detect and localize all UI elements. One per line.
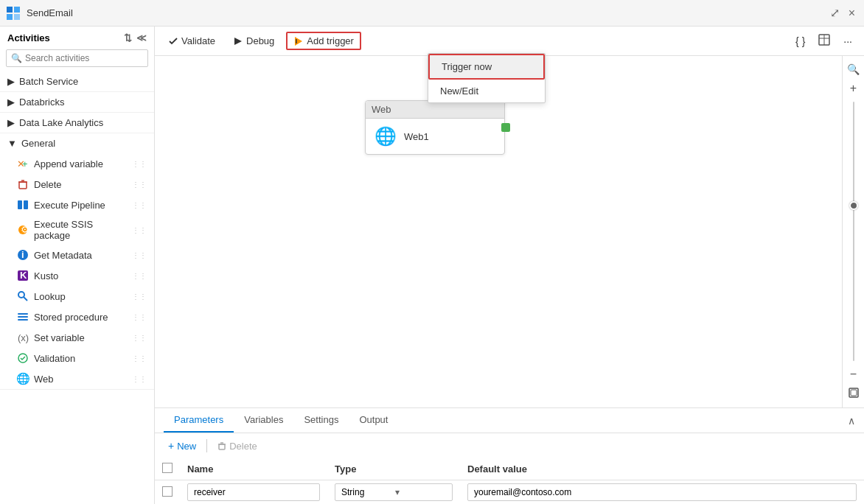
activity-item-stored-procedure[interactable]: Stored procedure ⋮⋮	[0, 307, 154, 327]
col-name: Name	[180, 458, 327, 480]
web-node-label: Web1	[404, 131, 429, 142]
general-label: General	[21, 138, 55, 149]
databricks-header[interactable]: ▶ Databricks	[0, 92, 154, 112]
get-metadata-label: Get Metadata	[34, 250, 92, 261]
validate-icon	[168, 36, 178, 46]
debug-label: Debug	[246, 35, 274, 46]
new-plus-icon: +	[168, 440, 174, 452]
search-box[interactable]: 🔍	[6, 49, 148, 67]
activity-item-execute-ssis[interactable]: ⚙ Execute SSIS package ⋮⋮	[0, 215, 154, 245]
data-lake-header[interactable]: ▶ Data Lake Analytics	[0, 113, 154, 133]
svg-point-17	[18, 292, 24, 298]
pipeline-canvas[interactable]: Web 🌐 Web1	[155, 56, 842, 407]
validate-button[interactable]: Validate	[162, 32, 221, 49]
sidebar-title: Activities	[7, 32, 50, 43]
stored-procedure-icon	[16, 310, 29, 323]
code-icon-button[interactable]: { }	[791, 31, 809, 51]
svg-text:K: K	[20, 270, 27, 281]
web-icon: 🌐	[16, 372, 29, 385]
search-canvas-icon[interactable]: 🔍	[844, 60, 863, 78]
svg-rect-20	[18, 316, 28, 318]
delete-icon	[16, 178, 29, 191]
tab-settings[interactable]: Settings	[293, 408, 349, 433]
bottom-toolbar: + New Delete	[155, 433, 864, 458]
collapse-bottom-icon[interactable]: ∧	[848, 415, 855, 427]
delete-label: Delete	[229, 441, 257, 452]
execute-ssis-icon: ⚙	[16, 223, 29, 237]
web-node[interactable]: Web 🌐 Web1	[365, 100, 505, 155]
search-input[interactable]	[25, 53, 143, 63]
general-chevron: ▼	[7, 138, 17, 149]
tab-parameters-label: Parameters	[174, 414, 223, 425]
row-checkbox[interactable]	[162, 486, 173, 497]
add-trigger-icon	[293, 36, 304, 46]
validation-label: Validation	[34, 353, 75, 364]
append-variable-icon: ✕ +	[16, 157, 29, 170]
execute-pipeline-icon	[16, 198, 29, 211]
new-edit-item[interactable]: New/Edit	[428, 80, 545, 102]
tab-variables[interactable]: Variables	[234, 408, 293, 433]
drag-handle: ⋮⋮	[132, 201, 147, 209]
delete-parameter-button[interactable]: Delete	[213, 438, 262, 454]
batch-service-chevron: ▶	[7, 76, 15, 87]
tab-variables-label: Variables	[244, 414, 283, 425]
databricks-label: Databricks	[19, 97, 64, 108]
delete-icon	[217, 441, 226, 450]
sidebar-header: Activities ⇅ ≪	[0, 27, 154, 49]
svg-rect-9	[18, 200, 22, 209]
close-icon[interactable]: ×	[846, 7, 858, 20]
svg-rect-2	[7, 14, 13, 20]
sidebar-controls: ⇅ ≪	[124, 32, 147, 43]
zoom-out-icon[interactable]: −	[850, 368, 857, 380]
lookup-label: Lookup	[34, 291, 66, 302]
zoom-in-icon[interactable]: +	[850, 83, 857, 94]
svg-line-18	[24, 297, 27, 301]
parameters-table: Name Type Default value	[155, 458, 864, 504]
tab-parameters[interactable]: Parameters	[164, 408, 234, 433]
search-icon: 🔍	[11, 53, 22, 63]
activity-item-append-variable[interactable]: ✕ + Append variable ⋮⋮	[0, 153, 154, 174]
set-variable-icon: (x)	[16, 331, 29, 344]
canvas-container: Web 🌐 Web1 🔍 + −	[155, 56, 864, 407]
chevron-down-icon: ▾	[395, 487, 446, 497]
svg-marker-24	[234, 38, 242, 45]
zoom-handle[interactable]	[849, 201, 858, 210]
web-node-header: Web	[366, 101, 504, 119]
svg-text:⚙: ⚙	[21, 224, 29, 235]
add-trigger-label: Add trigger	[307, 35, 354, 46]
activity-item-get-metadata[interactable]: i Get Metadata ⋮⋮	[0, 245, 154, 265]
activity-item-execute-pipeline[interactable]: Execute Pipeline ⋮⋮	[0, 195, 154, 215]
fullscreen-icon[interactable]	[846, 385, 862, 403]
type-select[interactable]: String ▾	[335, 483, 453, 501]
more-options-button[interactable]: ···	[839, 31, 857, 51]
table-icon-button[interactable]	[814, 31, 835, 51]
activity-item-lookup[interactable]: Lookup ⋮⋮	[0, 286, 154, 307]
expand-icon[interactable]: ⤢	[830, 6, 840, 20]
bottom-tabs: Parameters Variables Settings Output ∧	[155, 408, 864, 433]
activity-item-set-variable[interactable]: (x) Set variable ⋮⋮	[0, 327, 154, 348]
activity-item-kusto[interactable]: K Kusto ⋮⋮	[0, 265, 154, 286]
drag-handle: ⋮⋮	[132, 181, 147, 189]
web-label: Web	[34, 374, 54, 385]
select-all-checkbox[interactable]	[162, 463, 173, 473]
zoom-slider[interactable]	[853, 102, 854, 361]
tab-output[interactable]: Output	[349, 408, 398, 433]
activity-item-validation[interactable]: Validation ⋮⋮	[0, 348, 154, 368]
data-lake-chevron: ▶	[7, 117, 15, 128]
batch-service-header[interactable]: ▶ Batch Service	[0, 71, 154, 91]
general-header[interactable]: ▼ General	[0, 133, 154, 153]
default-value-input[interactable]	[467, 483, 857, 501]
activity-item-delete[interactable]: Delete ⋮⋮	[0, 174, 154, 195]
new-parameter-button[interactable]: + New	[164, 438, 201, 454]
filter-icon[interactable]: ⇅	[124, 32, 132, 43]
main-layout: Activities ⇅ ≪ 🔍 ▶ Batch Service ▶ Datab…	[0, 27, 864, 504]
name-input[interactable]	[187, 483, 320, 501]
debug-icon	[233, 36, 243, 46]
trigger-now-item[interactable]: Trigger now	[428, 54, 545, 80]
debug-button[interactable]: Debug	[227, 32, 280, 49]
collapse-icon[interactable]: ≪	[136, 32, 147, 43]
svg-text:+: +	[22, 158, 28, 169]
add-trigger-button[interactable]: Add trigger	[286, 32, 361, 50]
data-lake-label: Data Lake Analytics	[19, 117, 103, 128]
activity-item-web[interactable]: 🌐 Web ⋮⋮	[0, 368, 154, 389]
